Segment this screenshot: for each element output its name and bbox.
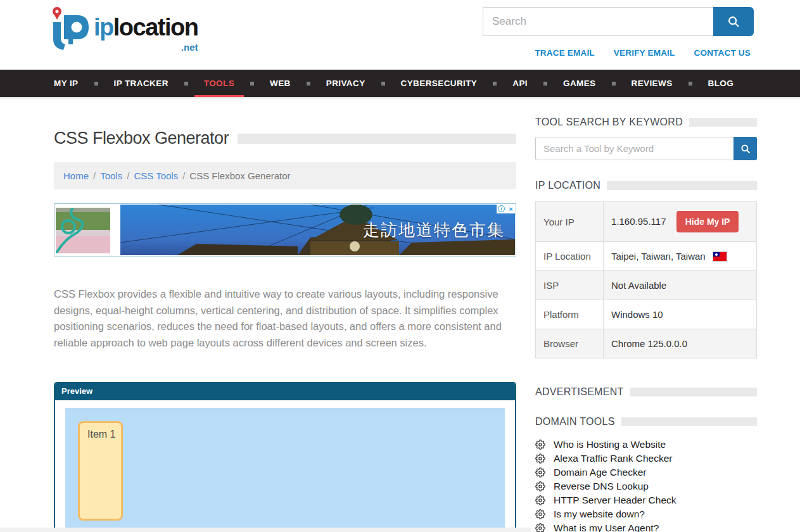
footer-strip [0,528,531,532]
list-item-http-header[interactable]: HTTP Server Header Check [535,493,757,507]
nav-item-reviews[interactable]: REVIEWS [616,70,692,97]
ip-location-value: Taipei, Taiwan, Taiwan [611,251,706,262]
list-item-user-agent[interactable]: What is my User Agent? [535,521,757,532]
table-row: IP Location Taipei, Taiwan, Taiwan [536,242,757,271]
wordmark-net: .net [181,42,198,53]
site-search-button[interactable] [713,7,754,36]
site-search-input[interactable] [483,7,713,36]
site-header: iplocation .net TRACE EMAIL VERIFY EMAIL… [0,0,800,70]
ad-controls: i × [497,204,516,213]
tool-search-input[interactable] [535,137,733,160]
verify-email-link[interactable]: VERIFY EMAIL [614,48,675,58]
site-logo[interactable]: iplocation .net [48,5,198,54]
nav-item-api[interactable]: API [497,70,547,97]
advertisement-heading: ADVERTISEMENT [535,386,757,398]
ip-location-table: Your IP 1.160.95.117 Hide My IP IP Locat… [535,201,757,358]
list-item-alexa-rank[interactable]: Alexa Traffic Rank Checker [535,452,757,466]
trace-email-link[interactable]: TRACE EMAIL [535,48,594,58]
breadcrumb-current: CSS Flexbox Generator [189,170,290,181]
iplocation-logo-icon [48,5,92,54]
nav-item-privacy[interactable]: PRIVACY [310,70,385,97]
tool-search [535,137,757,160]
flexbox-preview-item: Item 1 [78,421,123,521]
table-row: Platform Windows 10 [536,300,757,329]
isp-value: Not Available [604,271,757,300]
list-item-website-down[interactable]: Is my website down? [535,507,757,521]
gear-icon [535,481,545,491]
ad-caption-text: 走訪地道特色市集 [363,219,505,241]
content-area: CSS Flexbox Generator Home/Tools/CSS Too… [0,97,800,532]
nav-item-ip-tracker[interactable]: IP TRACKER [98,70,188,97]
ad-left-image [56,208,110,253]
domain-tools-heading: DOMAIN TOOLS [535,416,757,428]
list-item-domain-age[interactable]: Domain Age Checker [535,466,757,479]
search-icon [740,143,751,155]
nav-item-cybersecurity[interactable]: CYBERSECURITY [385,70,497,97]
ip-location-heading: IP LOCATION [535,180,757,191]
gear-icon [535,467,545,478]
nav-item-my-ip[interactable]: MY IP [54,70,98,97]
table-row: Your IP 1.160.95.117 Hide My IP [536,202,757,242]
nav-item-tools[interactable]: TOOLS [188,70,254,97]
domain-tools-list: Who is Hosting a Website Alexa Traffic R… [535,438,757,532]
hide-my-ip-button[interactable]: Hide My IP [676,211,739,232]
main-column: CSS Flexbox Generator Home/Tools/CSS Too… [54,97,516,532]
page-title: CSS Flexbox Generator [54,129,229,148]
ad-info-icon[interactable]: i [497,204,506,213]
your-ip-value: 1.160.95.117 [611,216,666,227]
gear-icon [535,495,545,505]
nav-item-web[interactable]: WEB [254,70,310,97]
platform-value: Windows 10 [604,300,757,329]
tool-search-button[interactable] [733,137,757,160]
site-search [483,7,754,36]
browser-value: Chrome 125.0.0.0 [604,329,757,358]
wordmark-ip: ip [94,14,113,41]
list-item-reverse-dns[interactable]: Reverse DNS Lookup [535,479,757,493]
gear-icon [535,440,545,450]
page-title-row: CSS Flexbox Generator [54,129,516,148]
ad-right-image: 走訪地道特色市集 [120,205,515,255]
main-nav: MY IP IP TRACKER TOOLS WEB PRIVACY CYBER… [0,70,800,97]
taiwan-flag-icon [713,252,727,261]
table-row: ISP Not Available [536,271,757,300]
gear-icon [535,509,545,519]
ad-close-icon[interactable]: × [506,204,516,213]
preview-panel-header: Preview [55,383,515,400]
breadcrumb: Home/Tools/CSS Tools/CSS Flexbox Generat… [54,162,516,189]
title-decoration-bar [238,134,516,144]
table-row: Browser Chrome 125.0.0.0 [536,329,757,358]
preview-panel-body: Item 1 [55,400,515,532]
gear-icon [535,523,545,532]
breadcrumb-tools[interactable]: Tools [100,170,122,181]
preview-panel: Preview Item 1 [54,382,516,532]
nav-item-games[interactable]: GAMES [547,70,616,97]
search-icon [727,15,740,28]
nav-item-blog[interactable]: BLOG [692,70,750,97]
tool-search-heading: TOOL SEARCH BY KEYWORD [535,117,757,128]
gear-icon [535,453,545,464]
list-item-who-is-hosting[interactable]: Who is Hosting a Website [535,438,757,452]
sidebar: TOOL SEARCH BY KEYWORD IP LOCATION Your … [535,97,757,532]
flexbox-preview-container: Item 1 [65,408,505,532]
breadcrumb-home[interactable]: Home [63,170,89,181]
header-links: TRACE EMAIL VERIFY EMAIL CONTACT US [535,48,751,58]
ad-banner[interactable]: 走訪地道特色市集 i × [54,203,516,256]
breadcrumb-css-tools[interactable]: CSS Tools [134,170,178,181]
contact-us-link[interactable]: CONTACT US [694,48,751,58]
wordmark-location: location [113,14,198,41]
iplocation-wordmark: iplocation .net [94,14,198,41]
tool-description: CSS Flexbox provides a flexible and intu… [54,286,504,351]
